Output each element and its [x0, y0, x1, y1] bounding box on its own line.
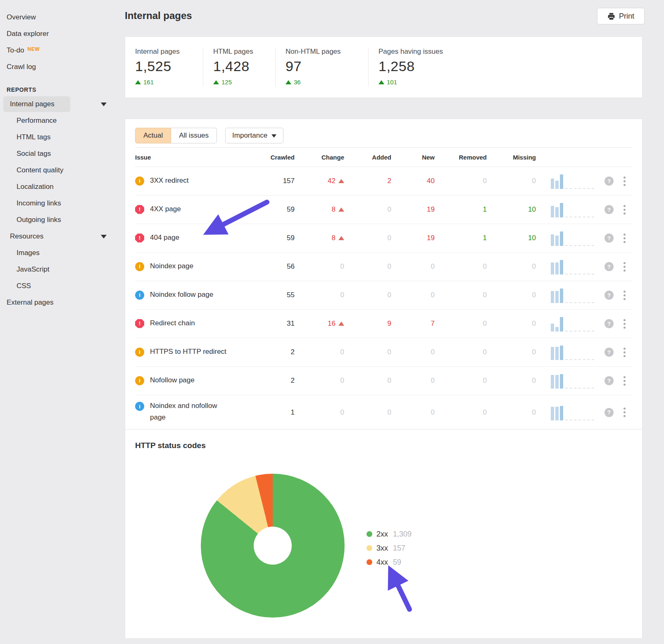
col-issue: Issue — [135, 154, 265, 161]
importance-dropdown[interactable]: Importance — [225, 128, 283, 143]
issue-link[interactable]: 404 page — [150, 232, 179, 243]
stat-internal-pages: Internal pages 1,525 161 — [125, 48, 203, 87]
history-mini-chart[interactable] — [543, 287, 600, 303]
print-button[interactable]: Print — [597, 8, 645, 24]
history-mini-chart[interactable] — [543, 344, 600, 360]
sidebar-item-overview[interactable]: Overview — [0, 9, 124, 26]
issues-panel: Actual All issues Importance Issue Crawl… — [125, 119, 643, 438]
help-icon[interactable] — [605, 234, 614, 243]
col-crawled: Crawled — [265, 154, 302, 161]
sidebar-item-images[interactable]: Images — [0, 245, 124, 261]
table-row: 4XX page 59 8 0 19 1 10 — [135, 196, 632, 224]
table-row: Noindex follow page 55 0 0 0 0 0 — [135, 281, 632, 310]
history-mini-chart[interactable] — [543, 173, 600, 189]
issue-link[interactable]: HTTPS to HTTP redirect — [150, 346, 226, 358]
sidebar-item-resources[interactable]: Resources — [0, 228, 124, 245]
history-mini-chart[interactable] — [543, 230, 600, 246]
page-title: Internal pages — [125, 10, 192, 21]
status-codes-donut-chart[interactable] — [201, 474, 345, 618]
chevron-down-icon[interactable] — [101, 235, 107, 239]
change-up-icon — [338, 179, 344, 183]
sidebar-item-content-quality[interactable]: Content quality — [0, 162, 124, 179]
chart-legend: 2xx 1,309 3xx 157 4xx 59 — [367, 527, 412, 569]
sidebar-item-external-pages[interactable]: External pages — [0, 294, 124, 311]
info-icon — [135, 291, 144, 300]
sidebar-item-social-tags[interactable]: Social tags — [0, 145, 124, 162]
issue-link[interactable]: Noindex follow page — [150, 289, 213, 301]
sidebar-item-javascript[interactable]: JavaScript — [0, 261, 124, 278]
warning-icon — [135, 262, 144, 271]
history-mini-chart[interactable] — [543, 405, 600, 420]
view-segmented-control: Actual All issues — [135, 128, 217, 143]
issue-link[interactable]: 3XX redirect — [150, 175, 189, 186]
donut-hole — [254, 527, 292, 565]
sidebar-item-performance[interactable]: Performance — [0, 112, 124, 129]
sidebar-item-incoming-links[interactable]: Incoming links — [0, 195, 124, 212]
issue-link[interactable]: 4XX page — [150, 203, 181, 215]
col-removed: Removed — [442, 154, 494, 161]
legend-item-3xx[interactable]: 3xx 157 — [367, 541, 412, 555]
sidebar-item-localization[interactable]: Localization — [0, 179, 124, 195]
kebab-menu-icon[interactable] — [624, 294, 626, 296]
table-row: Nofollow page 2 0 0 0 0 0 — [135, 367, 632, 395]
sidebar-item-outgoing-links[interactable]: Outgoing links — [0, 212, 124, 228]
help-icon[interactable] — [605, 262, 614, 271]
error-icon — [135, 234, 144, 243]
col-change: Change — [302, 154, 352, 161]
sidebar-item-html-tags[interactable]: HTML tags — [0, 129, 124, 145]
table-row: HTTPS to HTTP redirect 2 0 0 0 0 0 — [135, 338, 632, 367]
increase-arrow-icon — [286, 80, 291, 84]
history-mini-chart[interactable] — [543, 373, 600, 389]
history-mini-chart[interactable] — [543, 259, 600, 274]
increase-arrow-icon — [213, 80, 219, 84]
sidebar-item-data-explorer[interactable]: Data explorer — [0, 26, 124, 42]
change-up-icon — [338, 208, 344, 212]
kebab-menu-icon[interactable] — [624, 266, 626, 268]
warning-icon — [135, 177, 144, 186]
legend-item-2xx[interactable]: 2xx 1,309 — [367, 527, 412, 541]
issue-link[interactable]: Redirect chain — [150, 317, 195, 329]
sidebar-item-css[interactable]: CSS — [0, 278, 124, 294]
increase-arrow-icon — [135, 80, 141, 84]
stat-pages-having-issues: Pages having issues 1,258 101 — [368, 48, 642, 87]
legend-dot-2xx — [367, 531, 372, 537]
issue-link[interactable]: Noindex page — [150, 260, 193, 272]
kebab-menu-icon[interactable] — [624, 411, 626, 413]
kebab-menu-icon[interactable] — [624, 237, 626, 239]
kebab-menu-icon[interactable] — [624, 380, 626, 382]
legend-dot-4xx — [367, 559, 372, 565]
sidebar: Overview Data explorer To-do NEW Crawl l… — [0, 0, 124, 311]
table-row: 404 page 59 8 0 19 1 10 — [135, 224, 632, 253]
tab-actual[interactable]: Actual — [135, 128, 171, 143]
help-icon[interactable] — [605, 319, 614, 328]
table-row: 3XX redirect 157 42 2 40 0 0 — [135, 167, 632, 196]
sidebar-item-crawl-log[interactable]: Crawl log — [0, 59, 124, 75]
kebab-menu-icon[interactable] — [624, 209, 626, 211]
stat-non-html-pages: Non-HTML pages 97 36 — [275, 48, 368, 87]
issue-link[interactable]: Nofollow page — [150, 374, 195, 386]
legend-dot-3xx — [367, 545, 372, 551]
kebab-menu-icon[interactable] — [624, 180, 626, 182]
kebab-menu-icon[interactable] — [624, 323, 626, 325]
legend-item-4xx[interactable]: 4xx 59 — [367, 555, 412, 569]
change-up-icon — [338, 322, 344, 326]
help-icon[interactable] — [605, 177, 614, 186]
help-icon[interactable] — [605, 408, 614, 417]
warning-icon — [135, 376, 144, 385]
help-icon[interactable] — [605, 348, 614, 357]
chevron-down-icon[interactable] — [101, 103, 107, 106]
kebab-menu-icon[interactable] — [624, 351, 626, 353]
help-icon[interactable] — [605, 205, 614, 214]
issue-link[interactable]: Noindex and nofollow page — [150, 400, 226, 423]
help-icon[interactable] — [605, 291, 614, 300]
chart-title: HTTP status codes — [125, 429, 642, 450]
history-mini-chart[interactable] — [543, 316, 600, 332]
sidebar-item-todo[interactable]: To-do NEW — [0, 42, 124, 59]
table-header: Issue Crawled Change Added New Removed M… — [135, 147, 632, 167]
help-icon[interactable] — [605, 376, 614, 385]
sidebar-item-internal-pages[interactable]: Internal pages — [0, 96, 124, 112]
history-mini-chart[interactable] — [543, 202, 600, 217]
new-badge: NEW — [28, 46, 40, 52]
printer-icon — [607, 12, 615, 20]
tab-all-issues[interactable]: All issues — [171, 128, 217, 143]
